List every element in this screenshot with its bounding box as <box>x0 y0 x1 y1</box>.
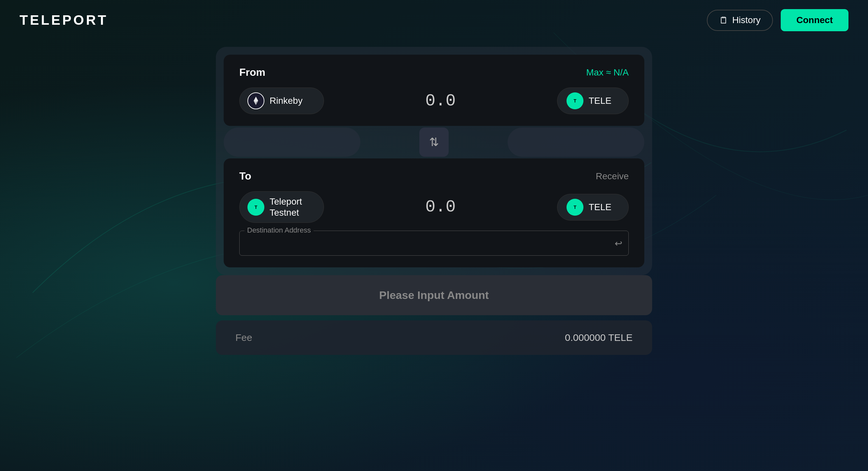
from-header: From Max ≈ N/A <box>239 66 629 78</box>
fee-value: 0.000000 TELE <box>565 332 632 343</box>
tele-icon: T <box>566 92 584 109</box>
svg-text:T: T <box>574 98 577 103</box>
to-token-name: TELE <box>589 202 612 212</box>
bridge-card: From Max ≈ N/A Rinkeby 0.0 <box>216 47 652 275</box>
swap-middle: ⇅ <box>224 126 644 159</box>
to-amount: 0.0 <box>332 197 549 216</box>
to-network-name-stack: Teleport Testnet <box>270 196 302 218</box>
history-icon: 🗒 <box>719 15 728 26</box>
paste-icon[interactable]: ↩ <box>615 238 622 248</box>
to-network-selector[interactable]: T Teleport Testnet <box>239 191 324 223</box>
to-token-selector[interactable]: T TELE <box>557 194 629 221</box>
fee-label: Fee <box>236 332 252 343</box>
from-network-name: Rinkeby <box>270 96 303 106</box>
from-amount[interactable]: 0.0 <box>332 91 549 110</box>
submit-button[interactable]: Please Input Amount <box>216 275 652 315</box>
from-network-selector[interactable]: Rinkeby <box>239 88 324 114</box>
receive-label: Receive <box>596 171 629 181</box>
to-label: To <box>239 170 251 182</box>
destination-field: Destination Address ↩ <box>239 231 629 256</box>
teleport-icon: T <box>247 199 265 216</box>
svg-text:T: T <box>574 205 577 210</box>
history-label: History <box>732 15 761 25</box>
swap-icon: ⇅ <box>429 135 439 149</box>
from-row: Rinkeby 0.0 T TELE <box>239 88 629 114</box>
to-header: To Receive <box>239 170 629 182</box>
to-card: To Receive T Teleport Testnet <box>224 159 644 267</box>
main-content: From Max ≈ N/A Rinkeby 0.0 <box>0 40 868 355</box>
fee-card: Fee 0.000000 TELE <box>216 321 652 355</box>
history-button[interactable]: 🗒 History <box>707 10 773 31</box>
header: TELEPORT 🗒 History Connect <box>0 0 868 40</box>
from-token-name: TELE <box>589 96 612 106</box>
from-label: From <box>239 66 265 78</box>
max-label: Max ≈ N/A <box>586 67 629 78</box>
connect-button[interactable]: Connect <box>781 9 848 31</box>
to-network-line2: Testnet <box>270 207 302 218</box>
from-card: From Max ≈ N/A Rinkeby 0.0 <box>224 55 644 126</box>
swap-button[interactable]: ⇅ <box>420 128 448 157</box>
logo-text: TELEPORT <box>20 12 108 28</box>
to-network-line1: Teleport <box>270 196 302 207</box>
svg-text:T: T <box>255 205 257 210</box>
left-pill <box>224 128 361 157</box>
logo: TELEPORT <box>20 12 108 28</box>
submit-wrapper: Please Input Amount <box>216 275 652 315</box>
right-pill <box>507 128 644 157</box>
ethereum-icon <box>247 92 265 109</box>
to-row: T Teleport Testnet 0.0 T <box>239 191 629 223</box>
tele-icon-to: T <box>566 199 584 216</box>
destination-label: Destination Address <box>245 226 313 235</box>
from-token-selector[interactable]: T TELE <box>557 88 629 114</box>
header-right: 🗒 History Connect <box>707 9 848 31</box>
